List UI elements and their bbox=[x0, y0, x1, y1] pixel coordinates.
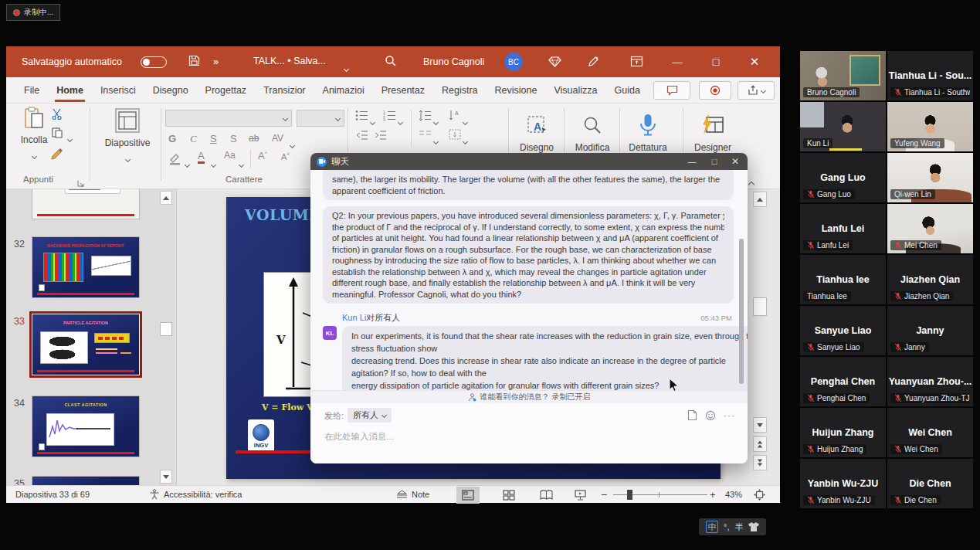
participant-tile[interactable]: Die ChenDie Chen bbox=[887, 459, 973, 508]
editor-scrollbar-thumb[interactable] bbox=[753, 297, 767, 316]
numbered-list-icon[interactable]: 123 bbox=[383, 110, 396, 124]
premium-diamond-icon[interactable] bbox=[548, 55, 561, 71]
participant-tile[interactable]: Jiazhen QianJiazhen Qian bbox=[887, 255, 973, 304]
copy-icon[interactable] bbox=[51, 127, 63, 142]
close-button[interactable]: ✕ bbox=[741, 46, 768, 77]
editor-scroll-up-button[interactable] bbox=[753, 192, 767, 207]
reading-view-button[interactable] bbox=[534, 487, 558, 504]
numbered-chevron-icon[interactable] bbox=[398, 120, 403, 125]
menu-tab-presentaz[interactable]: Presentaz bbox=[373, 77, 433, 104]
format-painter-icon[interactable] bbox=[51, 147, 64, 163]
change-case-chevron-icon[interactable] bbox=[239, 162, 244, 168]
participant-tile[interactable]: Tianhua Li - Sou...Tianhua Li - Southwes… bbox=[887, 51, 973, 100]
pen-sparkle-icon[interactable] bbox=[587, 55, 600, 71]
participant-tile[interactable]: Wei ChenWei Chen bbox=[887, 408, 973, 457]
user-name[interactable]: Bruno Cagnoli bbox=[423, 56, 484, 67]
shadow-button[interactable]: S bbox=[230, 133, 237, 144]
outdent-icon[interactable] bbox=[355, 130, 368, 144]
chat-close-button[interactable]: ✕ bbox=[724, 153, 746, 170]
menu-tab-inserisci[interactable]: Inserisci bbox=[92, 77, 144, 104]
sender-name[interactable]: Kun Li bbox=[342, 313, 366, 322]
slide-thumbnail-35[interactable] bbox=[32, 477, 139, 485]
emoji-icon[interactable] bbox=[705, 410, 716, 421]
pane-scrollbar-thumb[interactable] bbox=[160, 322, 172, 336]
paste-button[interactable]: Incolla bbox=[19, 107, 49, 161]
ime-skin-icon[interactable] bbox=[748, 522, 759, 531]
font-color-chevron-icon[interactable] bbox=[211, 162, 216, 168]
line-spacing-chevron-icon[interactable] bbox=[433, 120, 439, 125]
italic-button[interactable]: C bbox=[190, 133, 197, 145]
chat-notice-bar[interactable]: 谁能看到你的消息？ 录制已开启 bbox=[310, 390, 748, 403]
font-color-button[interactable]: A bbox=[198, 150, 205, 161]
zoom-level[interactable]: 43% bbox=[725, 486, 742, 503]
normal-view-button[interactable] bbox=[456, 487, 480, 504]
fit-to-window-icon[interactable] bbox=[754, 486, 765, 503]
participant-tile[interactable]: Bruno Cagnoli bbox=[800, 51, 886, 100]
font-name-combobox[interactable] bbox=[165, 110, 292, 127]
quick-access-more-icon[interactable]: » bbox=[213, 56, 219, 67]
strikethrough-button[interactable]: ab bbox=[249, 133, 259, 144]
bullet-list-icon[interactable] bbox=[355, 110, 368, 124]
record-button[interactable] bbox=[699, 81, 731, 100]
participant-tile[interactable]: Yanbin Wu-ZJUYanbin Wu-ZJU bbox=[800, 459, 886, 508]
clipboard-dialog-launcher-icon[interactable] bbox=[77, 176, 84, 190]
underline-button[interactable]: S bbox=[210, 133, 217, 144]
text-direction-chevron-icon[interactable] bbox=[463, 139, 468, 144]
highlight-icon[interactable] bbox=[168, 151, 182, 168]
menu-tab-animazioi[interactable]: Animazioi bbox=[314, 77, 373, 104]
highlight-chevron-icon[interactable] bbox=[185, 162, 190, 168]
collapse-ribbon-icon[interactable] bbox=[749, 176, 754, 190]
attach-file-icon[interactable] bbox=[687, 409, 697, 421]
slide-thumbnail-32[interactable]: BACKWARD PROPAGATION OF DEPOSIT bbox=[32, 237, 139, 297]
share-button[interactable] bbox=[738, 81, 775, 100]
slide-thumbnail-partial[interactable] bbox=[32, 189, 139, 219]
columns-icon[interactable] bbox=[419, 130, 432, 144]
slide-thumbnail-33[interactable]: PARTICLE AGITATION bbox=[32, 314, 139, 375]
ime-width-toggle[interactable]: 半 bbox=[734, 521, 743, 533]
slideshow-view-button[interactable] bbox=[568, 487, 592, 504]
participant-tile[interactable]: Lanfu LeiLanfu Lei bbox=[800, 204, 886, 253]
ime-language-toggle[interactable]: 中 bbox=[706, 521, 718, 533]
new-slide-button[interactable]: Diapositive bbox=[96, 107, 159, 165]
zoom-out-button[interactable]: − bbox=[601, 486, 607, 503]
slide-thumbnail-34[interactable]: CLAST AGITATION bbox=[32, 396, 139, 457]
participant-tile[interactable]: Yufeng Wang bbox=[887, 102, 973, 151]
zoom-slider-thumb[interactable] bbox=[627, 490, 632, 500]
autosave-toggle[interactable] bbox=[141, 56, 167, 68]
change-case-button[interactable]: Aa bbox=[224, 150, 236, 161]
search-icon[interactable] bbox=[385, 55, 397, 70]
menu-tab-transizior[interactable]: Transizior bbox=[255, 77, 314, 104]
user-avatar[interactable]: BC bbox=[504, 53, 523, 71]
pane-scroll-down-button[interactable] bbox=[160, 470, 172, 484]
participant-tile[interactable]: Yuanyuan Zhou-...Yuanyuan Zhou-TJU bbox=[887, 357, 973, 406]
sort-text-icon[interactable]: A bbox=[448, 110, 461, 124]
columns-chevron-icon[interactable] bbox=[433, 139, 439, 144]
bold-button[interactable]: G bbox=[168, 133, 176, 144]
indent-icon[interactable] bbox=[374, 130, 387, 144]
ime-toolbar[interactable]: 中 °, 半 bbox=[699, 518, 766, 535]
menu-tab-visualizza[interactable]: Visualizza bbox=[545, 77, 605, 104]
menu-tab-home[interactable]: Home bbox=[48, 77, 92, 104]
chat-minimize-button[interactable]: — bbox=[681, 153, 703, 170]
menu-tab-file[interactable]: File bbox=[15, 77, 48, 104]
shrink-font-button[interactable]: A˅ bbox=[281, 151, 290, 161]
font-size-combobox[interactable] bbox=[297, 110, 344, 127]
participant-tile[interactable]: Huijun ZhangHuijun Zhang bbox=[800, 408, 886, 457]
sender-avatar[interactable]: KL bbox=[323, 326, 337, 340]
accessibility-status[interactable]: Accessibilità: verifica bbox=[149, 486, 242, 503]
editor-scroll-down-button[interactable] bbox=[753, 417, 767, 433]
maximize-button[interactable]: □ bbox=[703, 46, 729, 77]
participant-tile[interactable]: Sanyue LiaoSanyue Liao bbox=[800, 306, 886, 355]
participant-tile[interactable]: Kun Li bbox=[800, 102, 886, 151]
bullet-chevron-icon[interactable] bbox=[370, 120, 375, 125]
chat-maximize-button[interactable]: □ bbox=[704, 153, 725, 170]
participant-tile[interactable]: Mei Chen bbox=[887, 204, 973, 253]
cut-icon[interactable] bbox=[51, 108, 63, 124]
zoom-in-button[interactable]: + bbox=[710, 486, 716, 503]
text-direction-icon[interactable] bbox=[448, 128, 462, 144]
menu-tab-revisione[interactable]: Revisione bbox=[487, 77, 546, 104]
doc-title-chevron-icon[interactable] bbox=[344, 66, 349, 72]
slide-sorter-view-button[interactable] bbox=[497, 487, 521, 504]
menu-tab-guida[interactable]: Guida bbox=[606, 77, 649, 104]
participant-tile[interactable]: Qi-wen Lin bbox=[887, 153, 973, 202]
